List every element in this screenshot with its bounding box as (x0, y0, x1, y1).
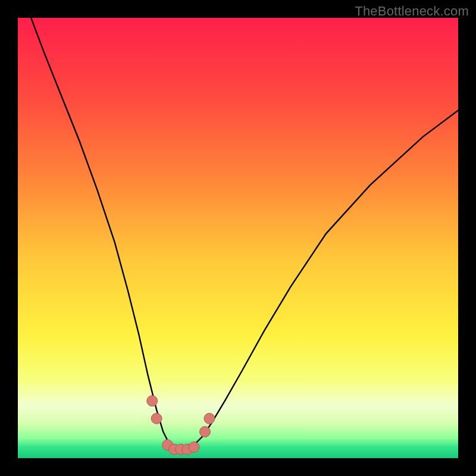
curve-marker (200, 427, 211, 437)
curve-marker (189, 442, 199, 453)
chart-frame: TheBottleneck.com (0, 0, 476, 476)
chart-overlay (18, 18, 458, 458)
curve-marker (151, 413, 162, 424)
curve-marker (147, 396, 158, 406)
curve-markers (147, 396, 215, 455)
bottleneck-curve (31, 18, 458, 449)
plot-area (18, 18, 458, 458)
watermark-text: TheBottleneck.com (355, 4, 469, 19)
curve-marker (204, 413, 215, 424)
